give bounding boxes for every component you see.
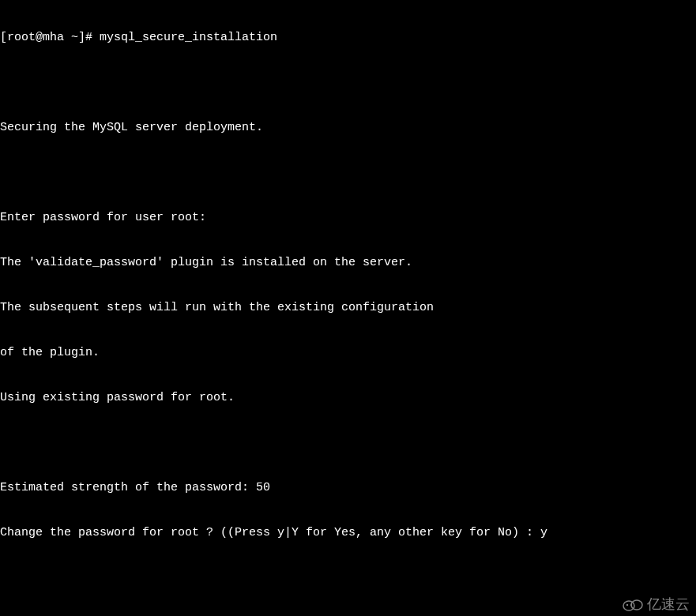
svg-point-3	[630, 603, 632, 605]
svg-point-2	[626, 603, 628, 605]
terminal-line: Change the password for root ? ((Press y…	[0, 525, 696, 540]
terminal-line	[0, 570, 696, 585]
terminal-output[interactable]: [root@mha ~]# mysql_secure_installation …	[0, 0, 696, 616]
terminal-line	[0, 75, 696, 90]
terminal-line: Enter password for user root:	[0, 210, 696, 225]
terminal-line	[0, 165, 696, 180]
watermark-logo-icon	[622, 598, 644, 612]
watermark-text: 亿速云	[647, 597, 690, 612]
svg-point-1	[631, 600, 642, 610]
terminal-line	[0, 435, 696, 450]
terminal-line: The subsequent steps will run with the e…	[0, 300, 696, 315]
terminal-line: Securing the MySQL server deployment.	[0, 120, 696, 135]
terminal-line: The 'validate_password' plugin is instal…	[0, 255, 696, 270]
watermark: 亿速云	[622, 597, 690, 612]
terminal-line: of the plugin.	[0, 345, 696, 360]
terminal-line: [root@mha ~]# mysql_secure_installation	[0, 30, 696, 45]
terminal-line: Using existing password for root.	[0, 390, 696, 405]
terminal-line: Estimated strength of the password: 50	[0, 480, 696, 495]
